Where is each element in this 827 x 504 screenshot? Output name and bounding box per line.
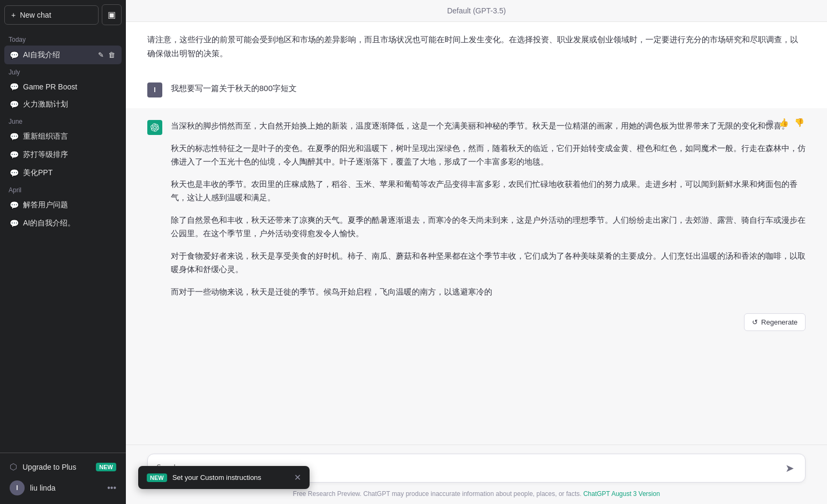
chat-area: 请注意，这些行业的前景可能会受到地区和市场的差异影响，而且市场状况也可能在时间上… [126,22,827,445]
model-title: Default (GPT-3.5) [447,6,506,15]
ai-para-1: 当深秋的脚步悄然而至，大自然开始换上她的新装，温度逐渐降低，这是一个充满美丽和神… [171,119,806,133]
regenerate-label: Regenerate [761,318,798,326]
main-header: Default (GPT-3.5) [126,0,827,22]
sidebar-item-ppt[interactable]: 💬 美化PPT [4,164,122,182]
main-content: Default (GPT-3.5) 请注意，这些行业的前景可能会受到地区和市场的… [126,0,827,504]
sidebar-item-game-pr[interactable]: 💬 Game PR Boost [4,78,122,95]
toast-badge: NEW [147,473,167,482]
toast-close-button[interactable]: ✕ [294,472,301,483]
sidebar-content: Today 💬 AI自我介绍 ✎ 🗑 July 💬 Game PR Boost … [0,29,126,453]
copy-button[interactable]: ⧉ [766,117,775,129]
new-chat-button[interactable]: + New chat [4,5,99,25]
chat-item-text: Game PR Boost [23,82,116,91]
avatar: l [10,480,25,495]
chat-item-actions: ✎ 🗑 [97,50,116,60]
user-row[interactable]: l liu linda ••• [4,476,122,500]
delete-chat-button[interactable]: 🗑 [107,50,116,60]
section-july: July [4,64,122,78]
user-menu-button[interactable]: ••• [107,483,116,493]
ai-para-6: 而对于一些动物来说，秋天是迁徙的季节。候鸟开始启程，飞向温暖的南方，以逃避寒冷的 [171,285,806,299]
regenerate-button[interactable]: ↺ Regenerate [744,313,806,331]
chat-bubble-icon: 💬 [10,51,19,59]
edit-chat-button[interactable]: ✎ [97,50,105,60]
chat-item-text: AI自我介绍 [23,50,93,60]
chat-bubble-icon: 💬 [10,100,19,109]
user-message-text: 我想要写一篇关于秋天的800字短文 [171,81,806,95]
chatgpt-icon [151,123,159,132]
user-message-content: 我想要写一篇关于秋天的800字短文 [171,81,806,95]
close-icon: ✕ [294,473,301,482]
ai-para-2: 秋天的标志性特征之一是叶子的变色。在夏季的阳光和温暖下，树叶呈现出深绿色，然而，… [171,141,806,169]
partial-message-block: 请注意，这些行业的前景可能会受到地区和市场的差异影响，而且市场状况也可能在时间上… [126,22,827,71]
toast-text: Set your Custom instructions [172,473,289,482]
toggle-icon: ▣ [108,10,116,19]
section-today: Today [4,32,122,46]
section-april: April [4,182,122,196]
user-name: liu linda [30,484,102,492]
partial-message-content: 请注意，这些行业的前景可能会受到地区和市场的差异影响，而且市场状况也可能在时间上… [147,33,806,60]
sidebar-item-help[interactable]: 💬 解答用户问题 [4,196,122,214]
thumbs-down-button[interactable]: 👎 [793,117,806,129]
chat-item-text: AI的自我介绍。 [23,219,116,228]
chat-item-text: 火力激励计划 [23,100,116,109]
plus-icon: + [11,11,16,19]
chat-item-text: 解答用户问题 [23,200,116,210]
sidebar-item-ai-intro-today[interactable]: 💬 AI自我介绍 ✎ 🗑 [4,46,122,64]
upgrade-icon: ⬡ [10,462,17,472]
chat-bubble-icon: 💬 [10,219,19,228]
send-button[interactable]: ➤ [783,460,796,477]
regenerate-area: ↺ Regenerate [126,309,827,333]
ai-para-5: 对于食物爱好者来说，秋天是享受美食的好时机。柿子、南瓜、蘑菇和各种坚果都在这个季… [171,249,806,276]
upgrade-button[interactable]: ⬡ Upgrade to Plus NEW [4,457,122,476]
disclaimer-link[interactable]: ChatGPT August 3 Version [583,490,660,498]
regenerate-icon: ↺ [752,318,758,326]
sidebar-item-ai-intro-april[interactable]: 💬 AI的自我介绍。 [4,214,122,232]
chat-bubble-icon: 💬 [10,132,19,141]
chat-bubble-icon: 💬 [10,201,19,209]
ai-message-block: 当深秋的脚步悄然而至，大自然开始换上她的新装，温度逐渐降低，这是一个充满美丽和神… [126,108,827,309]
section-june: June [4,114,122,127]
chat-bubble-icon: 💬 [10,82,19,91]
ai-message-content: 当深秋的脚步悄然而至，大自然开始换上她的新装，温度逐渐降低，这是一个充满美丽和神… [171,119,806,298]
ai-para-4: 除了自然景色和丰收，秋天还带来了凉爽的天气。夏季的酷暑逐渐退去，而寒冷的冬天尚未… [171,213,806,240]
thumbs-up-button[interactable]: 👍 [778,117,790,129]
partial-message-text: 请注意，这些行业的前景可能会受到地区和市场的差异影响，而且市场状况也可能在时间上… [147,33,806,60]
sidebar-item-rank[interactable]: 💬 苏打等级排序 [4,146,122,164]
user-message-avatar: I [147,82,162,97]
ai-para-3: 秋天也是丰收的季节。农田里的庄稼成熟了，稻谷、玉米、苹果和葡萄等农产品变得丰富多… [171,177,806,205]
user-message-block: I 我想要写一篇关于秋天的800字短文 [126,71,827,108]
sidebar-bottom: ⬡ Upgrade to Plus NEW l liu linda ••• [0,453,126,504]
upgrade-badge: NEW [96,463,116,471]
chat-item-text: 美化PPT [23,168,116,178]
disclaimer-text: Free Research Preview. ChatGPT may produ… [293,490,582,498]
chat-bubble-icon: 💬 [10,169,19,177]
new-chat-label: New chat [20,11,51,19]
disclaimer: Free Research Preview. ChatGPT may produ… [126,487,827,504]
chat-item-text: 重新组织语言 [23,132,116,141]
ai-message-actions: ⧉ 👍 👎 [766,117,806,129]
chat-bubble-icon: 💬 [10,151,19,159]
sidebar-toggle-button[interactable]: ▣ [102,4,122,25]
chat-item-text: 苏打等级排序 [23,150,116,160]
toast-notification: NEW Set your Custom instructions ✕ [138,466,310,489]
sidebar-top: + New chat ▣ [0,0,126,29]
sidebar-item-fire-plan[interactable]: 💬 火力激励计划 [4,95,122,114]
send-icon: ➤ [785,462,794,474]
sidebar-item-reorganize[interactable]: 💬 重新组织语言 [4,127,122,146]
sidebar: + New chat ▣ Today 💬 AI自我介绍 ✎ 🗑 July 💬 G… [0,0,126,504]
ai-avatar [147,120,162,135]
upgrade-label: Upgrade to Plus [22,463,76,471]
